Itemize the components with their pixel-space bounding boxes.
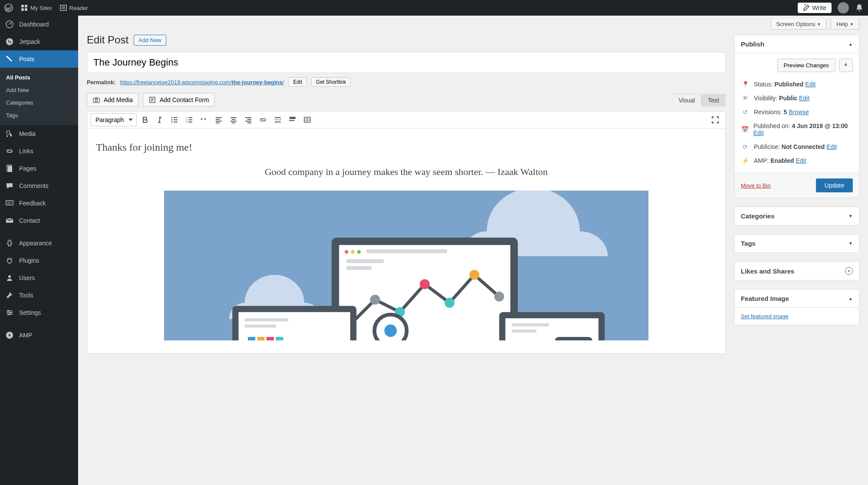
sidebar-subitem-tags[interactable]: Tags (0, 109, 78, 122)
svg-point-83 (470, 270, 480, 280)
post-title-input[interactable] (87, 52, 726, 73)
categories-header[interactable]: Categories▼ (735, 207, 859, 225)
svg-rect-61 (289, 117, 296, 119)
help-tab[interactable]: Help ▼ (831, 19, 859, 30)
quote-button[interactable] (197, 113, 210, 126)
visibility-edit-link[interactable]: Edit (799, 95, 809, 102)
sidebar-item-comments[interactable]: Comments (0, 177, 78, 195)
svg-rect-75 (366, 249, 447, 253)
sidebar-item-appearance[interactable]: Appearance (0, 234, 78, 252)
sidebar-item-dashboard[interactable]: Dashboard (0, 16, 78, 33)
screen-options-tab[interactable]: Screen Options ▼ (771, 19, 827, 30)
tags-header[interactable]: Tags▼ (735, 234, 859, 252)
sidebar-subitem-add-new[interactable]: Add New (0, 84, 78, 96)
svg-point-34 (171, 117, 173, 119)
status-edit-link[interactable]: Edit (805, 81, 815, 88)
add-new-button[interactable]: Add New (134, 35, 166, 46)
italic-button[interactable] (153, 113, 166, 126)
svg-point-84 (494, 292, 504, 302)
permalink-link[interactable]: https://freelancejoe2019.wpcomstaging.co… (120, 79, 284, 86)
get-shortlink-button[interactable]: Get Shortlink (311, 77, 351, 87)
svg-line-33 (159, 117, 160, 122)
user-avatar[interactable] (838, 2, 849, 13)
permalink-row: Permalink: https://freelancejoe2019.wpco… (87, 77, 726, 87)
align-right-button[interactable] (242, 113, 255, 126)
tags-metabox: Tags▼ (734, 234, 859, 253)
svg-rect-93 (257, 337, 265, 340)
bold-button[interactable] (138, 113, 151, 126)
svg-rect-4 (25, 8, 27, 11)
svg-point-23 (8, 313, 10, 315)
likes-metabox: Likes and Shares▼ (734, 261, 859, 280)
date-edit-link[interactable]: Edit (753, 129, 764, 136)
sidebar-submenu-posts: All Posts Add New Categories Tags (0, 68, 78, 125)
add-contact-form-button[interactable]: Add Contact Form (143, 93, 215, 107)
amp-preview-button[interactable] (839, 59, 853, 72)
notifications-icon[interactable] (855, 3, 864, 12)
sidebar-item-posts[interactable]: Posts (0, 50, 78, 68)
sidebar-item-amp[interactable]: AMP (0, 327, 78, 344)
editor-tab-visual[interactable]: Visual (672, 94, 701, 106)
move-to-bin-link[interactable]: Move to Bin (741, 182, 771, 189)
permalink-edit-button[interactable]: Edit (288, 77, 307, 87)
sidebar-item-contact[interactable]: Contact (0, 212, 78, 229)
update-button[interactable]: Update (816, 178, 853, 192)
sidebar-item-plugins[interactable]: Plugins (0, 252, 78, 269)
editor: Paragraph 123 (87, 111, 726, 354)
key-icon: 📍 (741, 81, 750, 88)
amp-icon: ⚡ (741, 157, 750, 164)
preview-changes-button[interactable]: Preview Changes (777, 59, 835, 72)
svg-point-9 (6, 38, 13, 45)
publicise-edit-link[interactable]: Edit (826, 143, 837, 150)
align-left-button[interactable] (212, 113, 225, 126)
readmore-button[interactable] (271, 113, 284, 126)
eye-icon: 👁 (741, 95, 750, 102)
svg-rect-108 (555, 337, 592, 340)
bolt-icon (843, 62, 849, 68)
editor-paragraph: Thanks for joining me! (96, 142, 717, 153)
sidebar-item-users[interactable]: Users (0, 269, 78, 287)
sidebar-item-tools[interactable]: Tools (0, 287, 78, 304)
sidebar-subitem-all-posts[interactable]: All Posts (0, 71, 78, 84)
svg-rect-77 (347, 266, 372, 270)
link-button[interactable] (256, 113, 270, 126)
sidebar-item-links[interactable]: Links (0, 142, 78, 160)
set-featured-image-link[interactable]: Set featured image (741, 313, 789, 320)
align-center-button[interactable] (227, 113, 240, 126)
toolbar-toggle-button[interactable] (286, 113, 299, 126)
sidebar-subitem-categories[interactable]: Categories (0, 96, 78, 109)
reader-link[interactable]: Reader (60, 4, 88, 11)
fullscreen-button[interactable] (709, 113, 722, 126)
numbered-list-button[interactable]: 123 (183, 113, 196, 126)
svg-point-17 (8, 275, 11, 278)
bullet-list-button[interactable] (168, 113, 181, 126)
amp-edit-link[interactable]: Edit (796, 157, 806, 164)
wp-logo[interactable] (4, 3, 13, 12)
calendar-icon: 📅 (741, 126, 749, 133)
editor-tab-text[interactable]: Text (701, 94, 726, 106)
sidebar-item-media[interactable]: Media (0, 125, 78, 142)
format-select[interactable]: Paragraph (91, 113, 137, 126)
sidebar-item-settings[interactable]: Settings (0, 304, 78, 321)
add-media-button[interactable]: Add Media (87, 93, 138, 107)
permalink-label: Permalink: (87, 79, 115, 86)
featured-image-header[interactable]: Featured Image▲ (735, 290, 859, 308)
svg-rect-1 (21, 5, 24, 7)
revisions-browse-link[interactable]: Browse (789, 109, 809, 115)
share-icon: ⟳ (741, 143, 750, 150)
table-button[interactable] (301, 113, 314, 126)
svg-rect-95 (276, 337, 283, 340)
svg-text:3: 3 (186, 121, 187, 123)
svg-point-74 (357, 250, 361, 254)
sidebar-item-pages[interactable]: Pages (0, 160, 78, 177)
my-sites-link[interactable]: My Sites (21, 4, 52, 11)
svg-rect-105 (512, 323, 549, 326)
publish-header[interactable]: Publish▲ (735, 35, 859, 53)
sidebar-item-feedback[interactable]: Feedback (0, 195, 78, 212)
likes-header[interactable]: Likes and Shares▼ (735, 262, 859, 280)
svg-rect-12 (8, 166, 12, 172)
sidebar-item-jetpack[interactable]: Jetpack (0, 33, 78, 50)
chevron-down-icon: ▼ (845, 267, 853, 275)
editor-content[interactable]: Thanks for joining me! Good company in a… (87, 129, 725, 353)
write-button[interactable]: Write (798, 3, 832, 13)
